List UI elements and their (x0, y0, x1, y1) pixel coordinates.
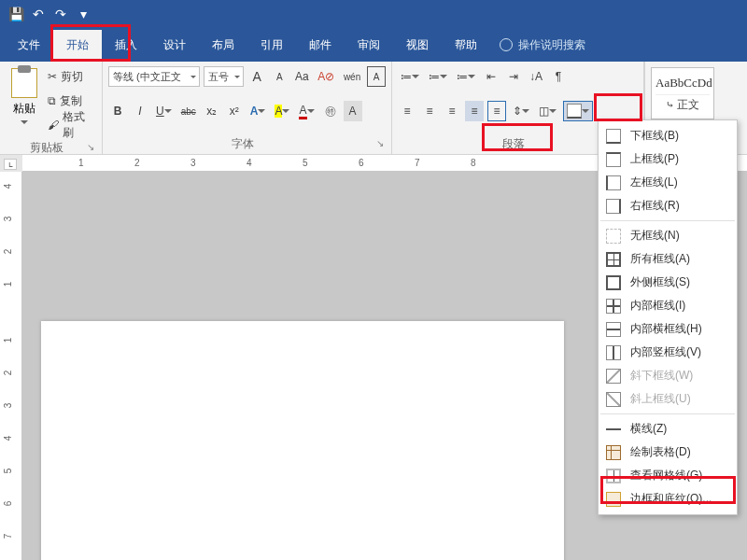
justify-button[interactable]: ≡ (465, 101, 484, 121)
align-center-button[interactable]: ≡ (420, 101, 439, 121)
border-none-item[interactable]: 无框线(N) (599, 224, 737, 247)
change-case-button[interactable]: Aa (292, 66, 311, 87)
style-normal[interactable]: AaBbCcDd ⤷ 正文 (651, 67, 714, 119)
item-label: 绘制表格(D) (630, 444, 691, 460)
redo-button[interactable]: ↷ (49, 3, 72, 25)
line-spacing-button[interactable]: ⇕ (510, 101, 532, 121)
item-label: 查看网格线(G) (630, 468, 702, 483)
bold-button[interactable]: B (108, 101, 127, 121)
border-left-item[interactable]: 左框线(L) (599, 171, 737, 194)
phonetic-guide-button[interactable]: wén (341, 66, 363, 87)
draw-table-item[interactable]: 绘制表格(D) (599, 441, 737, 464)
tab-layout[interactable]: 布局 (199, 30, 247, 61)
tab-file[interactable]: 文件 (5, 30, 53, 61)
numbering-button[interactable]: ≔ (426, 66, 450, 87)
borders-dropdown: 下框线(B) 上框线(P) 左框线(L) 右框线(R) 无框线(N) 所有框线(… (598, 119, 738, 515)
ruler-tick: 3 (3, 403, 13, 409)
increase-indent-button[interactable]: ⇥ (504, 66, 523, 87)
ruler-tick: 4 (247, 158, 252, 168)
cut-button[interactable]: ✂ 剪切 (45, 66, 86, 87)
border-diag-down-item[interactable]: 斜下框线(W) (599, 364, 737, 387)
font-color-button[interactable]: A (296, 101, 317, 121)
char-border-button[interactable]: A (367, 66, 386, 87)
bullets-button[interactable]: ≔ (398, 66, 422, 87)
ribbon-tabs: 文件 开始 插入 设计 布局 引用 邮件 审阅 视图 帮助 操作说明搜索 (0, 28, 747, 62)
qat-more-button[interactable]: ▾ (72, 3, 94, 25)
format-painter-label: 格式刷 (63, 109, 93, 141)
horizontal-line-item[interactable]: 横线(Z) (599, 417, 737, 441)
border-outside-item[interactable]: 外侧框线(S) (599, 271, 737, 294)
decrease-indent-button[interactable]: ⇤ (482, 66, 500, 87)
border-icon (567, 104, 582, 119)
ruler-tick: 7 (3, 534, 13, 539)
superscript-button[interactable]: x² (225, 101, 244, 121)
multilevel-button[interactable]: ≔ (454, 66, 478, 87)
undo-button[interactable]: ↶ (27, 3, 49, 25)
ruler-tick: 1 (3, 338, 13, 343)
font-launcher[interactable]: ↘ (376, 138, 386, 148)
border-right-item[interactable]: 右框线(R) (599, 194, 737, 217)
group-clipboard: 粘贴 ✂ 剪切 ⧉ 复制 🖌 格式刷 剪贴板 ↘ (0, 62, 103, 154)
vertical-ruler[interactable]: 4 3 2 1 1 2 3 4 5 6 7 8 (0, 172, 22, 560)
border-diag-up-item[interactable]: 斜上框线(U) (599, 387, 737, 411)
borders-split-button[interactable] (563, 101, 593, 121)
grow-font-button[interactable]: A (247, 66, 266, 87)
tab-view[interactable]: 视图 (393, 30, 442, 61)
shrink-font-button[interactable]: A (270, 66, 289, 87)
item-label: 所有框线(A) (630, 251, 690, 267)
clear-formatting-button[interactable]: A⊘ (316, 66, 338, 87)
border-inside-v-item[interactable]: 内部竖框线(V) (599, 341, 737, 364)
sort-button[interactable]: ↓A (527, 66, 545, 87)
underline-button[interactable]: U (153, 101, 175, 121)
save-button[interactable]: 💾 (5, 3, 27, 25)
item-label: 斜上框线(U) (630, 391, 691, 407)
border-right-icon (606, 199, 621, 214)
group-label-clipboard: 剪贴板 (6, 137, 87, 156)
paste-button[interactable]: 粘贴 (6, 64, 43, 137)
border-inside-h-item[interactable]: 内部横框线(H) (599, 317, 737, 341)
gridlines-icon (606, 469, 621, 483)
clipboard-launcher[interactable]: ↘ (87, 142, 96, 152)
tab-home[interactable]: 开始 (53, 30, 102, 61)
enclose-char-button[interactable]: ㊕ (321, 101, 340, 121)
italic-button[interactable]: I (131, 101, 149, 121)
font-size-select[interactable]: 五号 (204, 66, 244, 87)
border-all-item[interactable]: 所有框线(A) (599, 247, 737, 271)
subscript-button[interactable]: x₂ (203, 101, 221, 121)
tab-references[interactable]: 引用 (247, 30, 296, 61)
show-marks-button[interactable]: ¶ (549, 66, 568, 87)
ruler-tick: 2 (134, 158, 140, 168)
align-left-button[interactable]: ≡ (398, 101, 416, 121)
group-label-paragraph: 段落 (398, 133, 628, 152)
view-gridlines-item[interactable]: 查看网格线(G) (599, 464, 737, 487)
border-bottom-item[interactable]: 下框线(B) (599, 124, 737, 147)
border-outside-icon (606, 275, 621, 290)
page[interactable] (41, 321, 564, 560)
format-painter-button[interactable]: 🖌 格式刷 (45, 115, 96, 135)
tab-review[interactable]: 审阅 (345, 30, 393, 61)
text-effects-button[interactable]: A (247, 101, 269, 121)
distribute-button[interactable]: ≡ (487, 101, 506, 121)
tab-mailings[interactable]: 邮件 (296, 30, 345, 61)
char-shading-button[interactable]: A (344, 101, 362, 121)
font-name-select[interactable]: 等线 (中文正文 (108, 66, 200, 87)
border-inside-icon (606, 299, 621, 314)
tab-help[interactable]: 帮助 (442, 30, 490, 61)
highlight-button[interactable]: A (272, 101, 292, 121)
align-right-button[interactable]: ≡ (443, 101, 461, 121)
border-bottom-icon (606, 129, 621, 144)
tab-insert[interactable]: 插入 (102, 30, 150, 61)
copy-button[interactable]: ⧉ 复制 (45, 91, 85, 111)
border-top-item[interactable]: 上框线(P) (599, 147, 737, 171)
style-name: ⤷ 正文 (655, 94, 710, 113)
strikethrough-button[interactable]: abc (178, 101, 199, 121)
ruler-corner[interactable]: ʟ (4, 159, 17, 170)
draw-table-icon (606, 445, 621, 460)
shading-button[interactable]: ◫ (536, 101, 559, 121)
border-inside-item[interactable]: 内部框线(I) (599, 294, 737, 317)
tell-me-search[interactable]: 操作说明搜索 (500, 37, 585, 53)
ruler-tick: 2 (3, 249, 13, 255)
borders-shading-dialog-item[interactable]: 边框和底纹(O)... (599, 487, 737, 511)
tab-design[interactable]: 设计 (150, 30, 199, 61)
ruler-tick: 1 (78, 158, 84, 168)
